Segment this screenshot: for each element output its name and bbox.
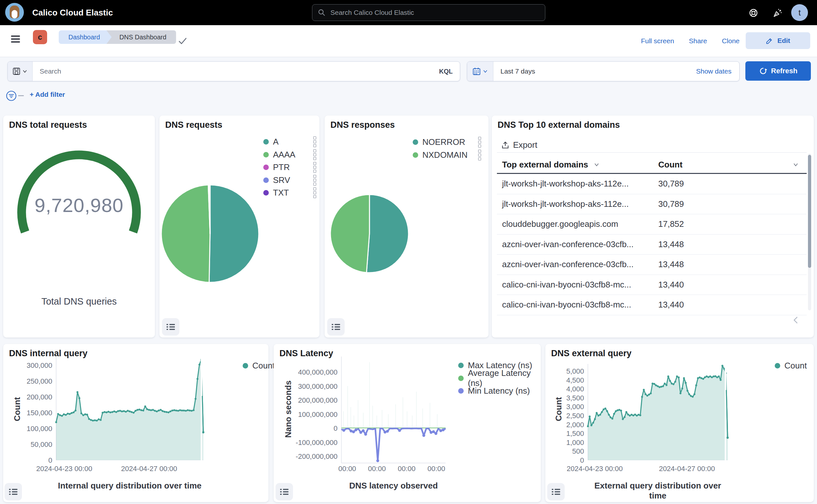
cell-count: 13,440 xyxy=(658,280,684,290)
menu-hamburger-icon[interactable] xyxy=(11,35,20,44)
legend-dot xyxy=(413,139,418,145)
svg-text:2,500: 2,500 xyxy=(566,412,584,420)
edit-button[interactable]: Edit xyxy=(746,32,810,49)
legend-item[interactable]: PTR xyxy=(263,161,316,174)
show-dates-link[interactable]: Show dates xyxy=(696,67,731,75)
svg-text:2,000: 2,000 xyxy=(566,421,584,429)
svg-text:2024-04-23 00:00: 2024-04-23 00:00 xyxy=(36,465,92,473)
svg-text:-100,000,000: -100,000,000 xyxy=(296,438,338,447)
legend-item[interactable]: Average Latency (ns) xyxy=(458,372,539,385)
legend-item[interactable]: NXDOMAIN xyxy=(413,149,481,162)
legend-toggle-button[interactable] xyxy=(5,483,22,500)
legend-item[interactable]: Min Latency (ns) xyxy=(458,385,539,398)
legend-item[interactable]: Count xyxy=(775,359,810,372)
legend-item[interactable]: NOERROR xyxy=(413,136,481,149)
refresh-icon xyxy=(759,67,767,75)
divider xyxy=(497,152,807,153)
legend-label: Count xyxy=(252,361,275,371)
legend-item[interactable]: TXT xyxy=(263,186,316,199)
panel-dns-top-domains: DNS Top 10 external domains Export Top e… xyxy=(492,116,814,338)
svg-text:4,000: 4,000 xyxy=(566,385,584,393)
svg-text:4,500: 4,500 xyxy=(566,376,584,384)
legend-actions-icon[interactable] xyxy=(313,175,316,186)
legend-dot xyxy=(263,139,269,145)
legend-toggle-button[interactable] xyxy=(327,318,345,336)
svg-text:50,000: 50,000 xyxy=(31,440,52,449)
refresh-button-label: Refresh xyxy=(771,67,798,75)
panel-dns-external-query: DNS external query 5,0004,5004,0003,5003… xyxy=(545,344,814,502)
breadcrumb-dashboard[interactable]: Dashboard xyxy=(59,30,113,44)
legend-actions-icon[interactable] xyxy=(478,150,481,160)
table-row[interactable]: jlt-worksh-jlt-workshop-aks-112e...30,78… xyxy=(497,194,807,215)
column-header-count[interactable]: Count xyxy=(658,160,807,170)
breadcrumb-current: DNS Dashboard xyxy=(106,30,176,44)
legend-item[interactable]: A xyxy=(263,136,316,148)
news-party-popper-icon[interactable] xyxy=(772,7,783,18)
legend-toggle-button[interactable] xyxy=(162,318,179,336)
legend-actions-icon[interactable] xyxy=(313,136,316,147)
filter-menu-icon[interactable] xyxy=(6,90,17,101)
export-button[interactable]: Export xyxy=(501,140,537,150)
legend-dot xyxy=(263,190,269,196)
panel-title: DNS Top 10 external domains xyxy=(498,120,620,130)
check-icon[interactable] xyxy=(178,37,187,45)
legend-item[interactable]: SRV xyxy=(263,174,316,187)
svg-text:00:00: 00:00 xyxy=(338,465,356,473)
cell-domain: azcni-over-ivan-conference-03cfb... xyxy=(497,259,658,269)
share-link[interactable]: Share xyxy=(689,37,707,45)
help-lifering-icon[interactable] xyxy=(748,7,759,18)
table-row[interactable]: calico-cni-ivan-byocni-03cfb8-mc...13,44… xyxy=(497,295,807,315)
legend-actions-icon[interactable] xyxy=(313,162,316,173)
app-title: Calico Cloud Elastic xyxy=(32,0,113,25)
panel-title: DNS total requests xyxy=(9,120,87,130)
clone-link[interactable]: Clone xyxy=(722,37,740,45)
add-filter-button[interactable]: + Add filter xyxy=(30,91,65,98)
svg-text:00:00: 00:00 xyxy=(398,465,416,473)
svg-text:200,000,000: 200,000,000 xyxy=(298,396,338,404)
global-search[interactable] xyxy=(312,4,545,21)
legend-dot xyxy=(243,363,248,368)
time-range-value[interactable]: Last 7 days xyxy=(500,67,535,75)
column-header-domains[interactable]: Top external domains xyxy=(497,160,658,170)
legend-label: NOERROR xyxy=(422,137,465,147)
space-avatar[interactable]: c xyxy=(33,30,47,44)
legend-toggle-button[interactable] xyxy=(547,483,565,500)
list-icon xyxy=(9,488,17,496)
kql-search-input[interactable] xyxy=(39,67,439,76)
cell-domain: clouddebugger.googleapis.com xyxy=(497,219,658,229)
user-avatar[interactable]: t xyxy=(791,4,808,21)
save-icon xyxy=(13,68,20,75)
gauge-caption: Total DNS queries xyxy=(3,296,155,307)
legend-toggle-button[interactable] xyxy=(276,483,293,500)
table-scrollbar-thumb[interactable] xyxy=(808,155,811,268)
calico-logo-icon[interactable] xyxy=(5,3,24,22)
legend-actions-icon[interactable] xyxy=(313,149,316,160)
table-row[interactable]: clouddebugger.googleapis.com17,852 xyxy=(497,214,807,235)
table-row[interactable]: azcni-over-ivan-conference-03cfb...13,44… xyxy=(497,255,807,275)
time-picker-menu[interactable] xyxy=(467,62,493,81)
refresh-button[interactable]: Refresh xyxy=(745,61,811,81)
svg-text:250,000: 250,000 xyxy=(26,377,52,385)
legend-item[interactable]: AAAA xyxy=(263,148,316,161)
panel-title: DNS external query xyxy=(551,348,631,358)
query-bar: KQL xyxy=(7,61,460,81)
legend-actions-icon[interactable] xyxy=(478,137,481,147)
svg-text:0: 0 xyxy=(580,456,584,464)
legend-item[interactable]: Count xyxy=(243,359,278,372)
y-axis-label: Nano seconds xyxy=(283,380,293,438)
full-screen-link[interactable]: Full screen xyxy=(641,37,674,45)
table-row[interactable]: azcni-over-ivan-conference-03cfb...13,44… xyxy=(497,235,807,255)
cell-count: 30,789 xyxy=(658,199,684,209)
panel-dns-total-requests: DNS total requests 9,720,980 Total DNS q… xyxy=(3,116,155,338)
panel-dns-latency: DNS Latency 400,000,000300,000,000200,00… xyxy=(274,344,541,502)
table-row[interactable]: calico-cni-ivan-byocni-03cfb8-mc...13,44… xyxy=(497,275,807,295)
global-search-input[interactable] xyxy=(330,8,538,17)
svg-text:100,000: 100,000 xyxy=(26,425,52,433)
kql-badge[interactable]: KQL xyxy=(439,68,453,75)
prev-page-icon[interactable] xyxy=(793,316,798,326)
table-row[interactable]: jlt-worksh-jlt-workshop-aks-112e...30,78… xyxy=(497,174,807,194)
chevron-down-icon xyxy=(483,70,488,73)
legend-actions-icon[interactable] xyxy=(313,187,316,198)
saved-query-menu[interactable] xyxy=(8,62,33,81)
svg-text:200,000: 200,000 xyxy=(26,393,52,401)
